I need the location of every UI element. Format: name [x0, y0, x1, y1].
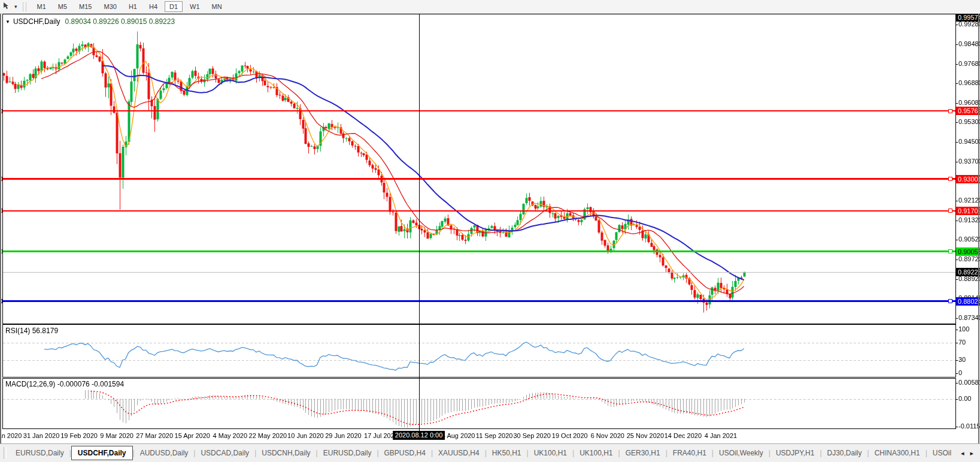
date-axis-label: 9 Mar 2020: [100, 432, 134, 439]
price-badge-0-99574: 0.99574: [956, 13, 980, 22]
hline-0-93001-handle-right[interactable]: [948, 177, 952, 181]
date-axis-label: 27 Mar 2020: [136, 432, 173, 439]
date-axis-label: 15 Apr 2020: [175, 432, 210, 439]
price-axis-label: 0.96080: [958, 99, 980, 107]
rsi-axis-label: 70: [958, 339, 966, 346]
vertical-line-crosshair[interactable]: [419, 14, 420, 431]
price-axis-label: 0.87340: [958, 314, 980, 322]
tab-xauusd-h4[interactable]: XAUUSD,H4: [433, 446, 485, 460]
crosshair-cursor-icon: [2, 1, 10, 12]
price-axis-label: 0.94500: [958, 138, 980, 146]
chart-title: ▼USDCHF,Daily0.89034 0.89226 0.89015 0.8…: [5, 17, 175, 26]
date-axis-label: 10 Jun 2020: [287, 432, 324, 439]
hline-0-93001[interactable]: [3, 178, 955, 180]
timeframe-button-h4[interactable]: H4: [144, 1, 162, 12]
tab-scroll-controls: ◂ ▸: [952, 444, 980, 462]
date-axis-label: 13 Jan 2020: [0, 432, 22, 439]
date-axis-label: 4 Jan 2021: [705, 432, 737, 439]
tab-uk100-h1[interactable]: UK100,H1: [574, 446, 618, 460]
date-axis-label: 4 May 2020: [213, 432, 247, 439]
tabbar-grip[interactable]: [4, 447, 7, 459]
date-axis-label: 30 Sep 2020: [513, 432, 550, 439]
tab-scroll-left-icon[interactable]: ◂: [958, 448, 967, 458]
tab-audusd-daily[interactable]: AUDUSD,Daily: [135, 446, 194, 460]
tab-gbpusd-h4[interactable]: GBPUSD,H4: [379, 446, 431, 460]
hline-0-91709[interactable]: [3, 210, 955, 212]
tab-scroll-right-icon[interactable]: ▸: [967, 448, 976, 458]
chart-context-arrow-icon[interactable]: ▼: [5, 19, 10, 25]
tab-hk50-h1[interactable]: HK50,H1: [487, 446, 527, 460]
price-axis-label: 0.98480: [958, 40, 980, 48]
window-left-edge: [0, 0, 1, 462]
timeframe-button-h1[interactable]: H1: [124, 1, 142, 12]
tab-eurusd-daily[interactable]: EURUSD,Daily: [318, 446, 377, 460]
rsi-axis-label: 30: [958, 356, 966, 364]
cursor-tool-button[interactable]: [0, 1, 13, 12]
hline-0-88024-handle-right[interactable]: [948, 299, 952, 303]
timeframe-button-m15[interactable]: M15: [74, 1, 96, 12]
hline-0-95766[interactable]: [3, 110, 955, 111]
chart-canvas[interactable]: [0, 0, 980, 462]
price-badge-0-95766: 0.95766: [956, 107, 980, 115]
price-badge-0-90055: 0.90055: [956, 247, 980, 256]
date-axis-label: 11 Sep 2020: [476, 432, 513, 439]
price-axis-label: 0.96880: [958, 79, 980, 87]
tab-usdjpy-h1[interactable]: USDJPY,H1: [770, 446, 820, 460]
hline-0-95766-handle-right[interactable]: [948, 109, 952, 113]
date-axis-label: 6 Nov 2020: [591, 432, 624, 439]
timeframe-button-mn[interactable]: MN: [207, 1, 227, 12]
price-axis-label: 0.91320: [958, 216, 980, 224]
price-badge-0-88024: 0.88024: [956, 297, 980, 306]
date-axis-label: 22 May 2020: [249, 432, 287, 439]
macd-axis-label: 0.005818: [958, 379, 980, 386]
toolbar: ▾ M1M5M15M30H1H4D1W1MN: [0, 0, 980, 14]
timeframe-button-m30[interactable]: M30: [99, 1, 122, 12]
tab-uk100-h1[interactable]: UK100,H1: [529, 446, 572, 460]
price-badge-0-93001: 0.93001: [956, 175, 980, 183]
rsi-axis-label: 100: [958, 325, 969, 333]
hline-0-88024[interactable]: [3, 300, 955, 302]
timeframe-button-w1[interactable]: W1: [185, 1, 205, 12]
tab-usoil-weekly[interactable]: USOil,Weekly: [714, 446, 769, 460]
macd-axis-label: 0.00: [958, 395, 971, 403]
date-axis-label: 31 Jan 2020: [23, 432, 60, 439]
cursor-tool-dropdown[interactable]: ▾: [13, 4, 19, 10]
chart-symbol-label: USDCHF,Daily: [13, 17, 60, 26]
tab-ger30-h1[interactable]: GER30,H1: [620, 446, 666, 460]
macd-axis-label: -0.011514: [958, 422, 980, 430]
current-price-line: [3, 272, 955, 273]
date-axis-label: 19 Oct 2020: [552, 432, 588, 439]
price-axis-label: 0.88920: [958, 275, 980, 283]
tab-usdchf-daily[interactable]: USDCHF,Daily: [71, 446, 133, 460]
date-axis-label: 14 Dec 2020: [665, 432, 702, 439]
macd-indicator-label: MACD(12,26,9) -0.000076 -0.001594: [5, 380, 124, 388]
price-axis-label: 0.92120: [958, 197, 980, 204]
chart-tab-bar: EURUSD,Daily|USDCHF,Daily|AUDUSD,Daily|U…: [0, 443, 980, 462]
timeframe-toolbar: M1M5M15M30H1H4D1W1MN: [31, 1, 228, 12]
hline-0-91709-handle-right[interactable]: [948, 209, 952, 213]
hline-0-90055[interactable]: [3, 250, 955, 252]
rsi-indicator-label: RSI(14) 56.8179: [5, 327, 58, 335]
price-badge-0-89223: 0.89223: [956, 268, 980, 276]
price-axis-label: 0.89720: [958, 255, 980, 263]
hline-0-90055-handle-right[interactable]: [948, 249, 952, 253]
tab-dj30-daily[interactable]: DJ30,Daily: [822, 446, 867, 460]
tab-fra40-h1[interactable]: FRA40,H1: [668, 446, 712, 460]
price-badge-0-91709: 0.91709: [956, 207, 980, 215]
timeframe-button-d1[interactable]: D1: [165, 1, 183, 12]
date-axis-label: 29 Jun 2020: [325, 432, 362, 439]
tab-usdcad-daily[interactable]: USDCAD,Daily: [195, 446, 254, 460]
tab-eurusd-daily[interactable]: EURUSD,Daily: [10, 446, 69, 460]
crosshair-date-badge: 2020.08.12 0:00: [393, 431, 445, 440]
timeframe-button-m5[interactable]: M5: [53, 1, 72, 12]
chart-ohlc-values: 0.89034 0.89226 0.89015 0.89223: [65, 17, 175, 26]
toolbar-grip[interactable]: [23, 2, 26, 11]
date-axis-label: 19 Feb 2020: [60, 432, 98, 439]
trading-platform-window: ▾ M1M5M15M30H1H4D1W1MN ▼USDCHF,Daily0.89…: [0, 0, 980, 462]
timeframe-button-m1[interactable]: M1: [32, 1, 51, 12]
tab-usdcnh-daily[interactable]: USDCNH,Daily: [256, 446, 315, 460]
rsi-axis-label: 0: [958, 369, 962, 377]
window-right-edge: [978, 0, 979, 444]
tab-china300-h1[interactable]: CHINA300,H1: [869, 446, 926, 460]
price-axis-label: 0.97680: [958, 60, 980, 68]
